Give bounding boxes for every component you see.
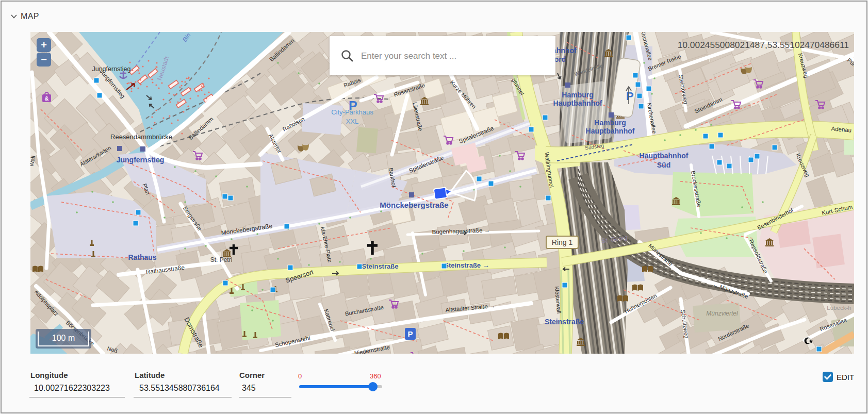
svg-text:Hauptbahnhof: Hauptbahnhof bbox=[553, 99, 602, 107]
svg-text:&: & bbox=[45, 95, 49, 102]
svg-text:Jungfernstieg: Jungfernstieg bbox=[117, 156, 165, 164]
svg-text:ord: ord bbox=[554, 55, 566, 63]
svg-text:Jungfernstieg: Jungfernstieg bbox=[92, 65, 130, 73]
svg-text:Reesendammbrücke: Reesendammbrücke bbox=[110, 133, 172, 141]
svg-text:Hauptbahnhof: Hauptbahnhof bbox=[640, 152, 689, 160]
svg-text:Ring 1: Ring 1 bbox=[552, 238, 573, 246]
svg-text:Hamburg: Hamburg bbox=[594, 119, 626, 127]
svg-text:P: P bbox=[626, 90, 634, 103]
svg-text:St. Petri: St. Petri bbox=[210, 256, 233, 263]
svg-text:Rathaus: Rathaus bbox=[128, 253, 156, 261]
svg-text:Steinstraße: Steinstraße bbox=[362, 262, 399, 270]
svg-text:Mönckebergstraße: Mönckebergstraße bbox=[380, 201, 448, 209]
svg-text:Hamburg: Hamburg bbox=[562, 91, 593, 99]
svg-text:Lübeck-h: Lübeck-h bbox=[827, 305, 851, 311]
svg-text:Steinstraße: Steinstraße bbox=[545, 318, 584, 326]
svg-text:P: P bbox=[407, 329, 413, 338]
svg-text:XXL: XXL bbox=[346, 118, 359, 125]
svg-text:Hauptbahnhof: Hauptbahnhof bbox=[586, 127, 635, 135]
svg-text:Münzviertel: Münzviertel bbox=[706, 310, 738, 317]
svg-text:Süd: Süd bbox=[657, 161, 670, 169]
svg-text:City-Parkhaus: City-Parkhaus bbox=[331, 108, 373, 116]
svg-text:Steinstraße →: Steinstraße → bbox=[444, 261, 489, 269]
